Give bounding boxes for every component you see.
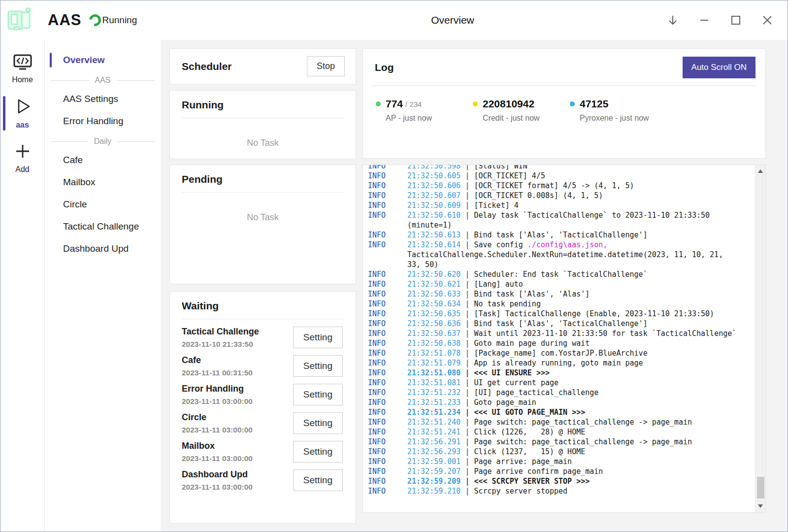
log-timestamp: 21:32:56.291: [407, 437, 460, 446]
stat-suffix: / 234: [405, 100, 422, 108]
log-message: 21:32:50.598 | [Status] WIN: [407, 165, 753, 171]
log-separator: |: [460, 437, 474, 446]
setting-button[interactable]: Setting: [293, 327, 343, 348]
waiting-task-row: Error Handling2023-11-11 03:00:00Setting: [182, 384, 343, 406]
log-line: INFO21:32:50.633 | Bind task ['Alas', 'A…: [368, 289, 753, 299]
log-message: 21:32:50.605 | [OCR_TICKET] 4/5: [407, 171, 753, 181]
sidebar-item-cafe[interactable]: Cafe: [45, 150, 161, 170]
sidebar-item-tactical-challenge[interactable]: Tactical Challenge: [45, 216, 161, 237]
log-timestamp: 21:32:50.614: [407, 240, 460, 249]
log-level: INFO: [368, 230, 407, 240]
stat-top: 47125: [570, 98, 667, 110]
log-timestamp: 21:32:59.001: [407, 457, 460, 466]
waiting-task-name: Dashboard Upd: [182, 469, 253, 480]
log-title: Log: [375, 62, 394, 73]
sidebar-item-error-handling[interactable]: Error Handling: [45, 111, 161, 132]
stop-button[interactable]: Stop: [307, 56, 345, 76]
log-separator: |: [460, 171, 474, 180]
log-viewport[interactable]: INFO21:32:50.598 | [Status] WININFO21:32…: [363, 165, 755, 512]
running-title: Running: [182, 99, 356, 111]
log-line: INFO21:32:50.605 | [OCR_TICKET] 4/5: [368, 171, 753, 181]
log-timestamp: 21:32:50.621: [407, 280, 460, 289]
setting-button[interactable]: Setting: [293, 355, 343, 377]
log-line: INFO21:32:50.613 | Bind task ['Alas', 'T…: [368, 230, 753, 240]
setting-button[interactable]: Setting: [293, 441, 343, 463]
setting-button[interactable]: Setting: [293, 469, 343, 491]
waiting-task-name: Cafe: [182, 355, 253, 366]
log-message: 21:32:50.635 | [Task] TacticalChallenge …: [407, 309, 753, 319]
waiting-task-row: Mailbox2023-11-11 03:00:00Setting: [182, 441, 343, 463]
dashboard-stats: 774/ 234AP - just now220810942Credit - j…: [363, 86, 765, 123]
log-level: INFO: [368, 466, 407, 476]
waiting-task-info: Dashboard Upd2023-11-11 03:00:00: [182, 469, 253, 492]
sidebar-item-circle[interactable]: Circle: [45, 194, 161, 215]
download-icon[interactable]: [665, 13, 680, 28]
log-message: 21:32:50.621 | [Lang] auto: [407, 279, 753, 289]
log-separator: |: [460, 457, 474, 466]
auto-scroll-button[interactable]: Auto Scroll ON: [683, 57, 755, 78]
setting-button[interactable]: Setting: [293, 412, 343, 434]
waiting-task-name: Circle: [182, 412, 253, 423]
log-level: INFO: [368, 358, 407, 368]
log-separator: |: [460, 319, 474, 328]
log-message: 21:32:51.079 | App is already running, g…: [407, 358, 753, 368]
log-separator: |: [460, 280, 474, 289]
log-separator: |: [460, 388, 474, 397]
log-message: 21:32:50.638 | Goto main page during wai…: [407, 338, 753, 348]
log-timestamp: 21:32:50.607: [407, 191, 460, 200]
scrollbar-thumb[interactable]: [757, 477, 764, 499]
waiting-task-name: Tactical Challenge: [182, 327, 259, 337]
log-level: INFO: [368, 181, 407, 191]
sidebar-item-dashboard-upd[interactable]: Dashboard Upd: [45, 238, 161, 259]
log-timestamp: 21:32:50.633: [407, 290, 460, 299]
waiting-task-info: Mailbox2023-11-11 03:00:00: [182, 441, 253, 463]
rail-item-label: Add: [15, 165, 29, 174]
scroll-up-icon[interactable]: [758, 169, 763, 173]
minimize-icon[interactable]: [697, 13, 712, 28]
setting-button[interactable]: Setting: [293, 384, 343, 405]
log-message: 21:32:50.614 | Save config ./config\aas.…: [407, 240, 753, 269]
log-timestamp: 21:32:51.240: [407, 418, 460, 427]
sidebar-item-mailbox[interactable]: Mailbox: [45, 172, 161, 193]
log-message: 21:32:59.209 | <<< SCRCPY SERVER STOP >>…: [407, 476, 753, 486]
log-message: 21:32:50.637 | Wait until 2023-11-10 21:…: [407, 329, 753, 338]
log-level: INFO: [368, 299, 407, 309]
sidebar-menu: OverviewAASAAS SettingsError HandlingDai…: [45, 40, 161, 532]
menu-divider-aas: AAS: [45, 72, 161, 89]
pending-title: Pending: [182, 173, 356, 185]
stat-label: AP - just now: [386, 114, 473, 123]
log-line: INFO21:32:50.609 | [Ticket] 4: [368, 200, 753, 210]
log-line: INFO21:32:56.293 | Click (1237, 15) @ HO…: [368, 447, 753, 457]
waiting-task-time: 2023-11-10 21:33:50: [182, 340, 259, 349]
log-timestamp: 21:32:50.609: [407, 201, 460, 210]
log-line: INFO21:32:51.079 | App is already runnin…: [368, 358, 753, 368]
sidebar-item-aas-settings[interactable]: AAS Settings: [45, 89, 161, 109]
pending-empty-text: No Task: [170, 212, 356, 223]
log-scrollbar[interactable]: [755, 165, 765, 512]
log-line: INFO21:32:50.637 | Wait until 2023-11-10…: [368, 329, 753, 338]
stat-credit: 220810942Credit - just now: [473, 98, 570, 123]
rail-item-add[interactable]: Add: [0, 139, 44, 177]
log-separator: |: [460, 339, 474, 348]
waiting-task-name: Error Handling: [182, 384, 253, 394]
close-icon[interactable]: [760, 13, 775, 28]
waiting-task-info: Error Handling2023-11-11 03:00:00: [182, 384, 253, 406]
log-level: INFO: [368, 476, 407, 486]
log-line: INFO21:32:51.241 | Click (1226, 28) @ HO…: [368, 427, 753, 437]
log-message: 21:32:51.234 | <<< UI GOTO PAGE_MAIN >>>: [407, 407, 753, 417]
rail-item-aas[interactable]: aas: [0, 94, 44, 133]
log-message: 21:32:51.081 | UI get current page: [407, 378, 753, 388]
log-level: INFO: [368, 457, 407, 466]
maximize-icon[interactable]: [728, 13, 743, 28]
sidebar-item-overview[interactable]: Overview: [45, 50, 161, 70]
log-line: INFO21:32:50.620 | Scheduler: End task `…: [368, 269, 753, 279]
scroll-down-icon[interactable]: [758, 504, 763, 508]
log-message: 21:32:50.613 | Bind task ['Alas', 'Tacti…: [407, 230, 753, 240]
divider-label: AAS: [89, 76, 117, 85]
scheduler-title: Scheduler: [182, 61, 232, 72]
waiting-task-name: Mailbox: [182, 441, 253, 451]
log-message: 21:32:50.634 | No task pending: [407, 299, 753, 309]
rail-item-home[interactable]: Home: [0, 51, 44, 87]
waiting-task-time: 2023-11-11 03:00:00: [182, 483, 253, 492]
log-separator: |: [460, 418, 474, 427]
